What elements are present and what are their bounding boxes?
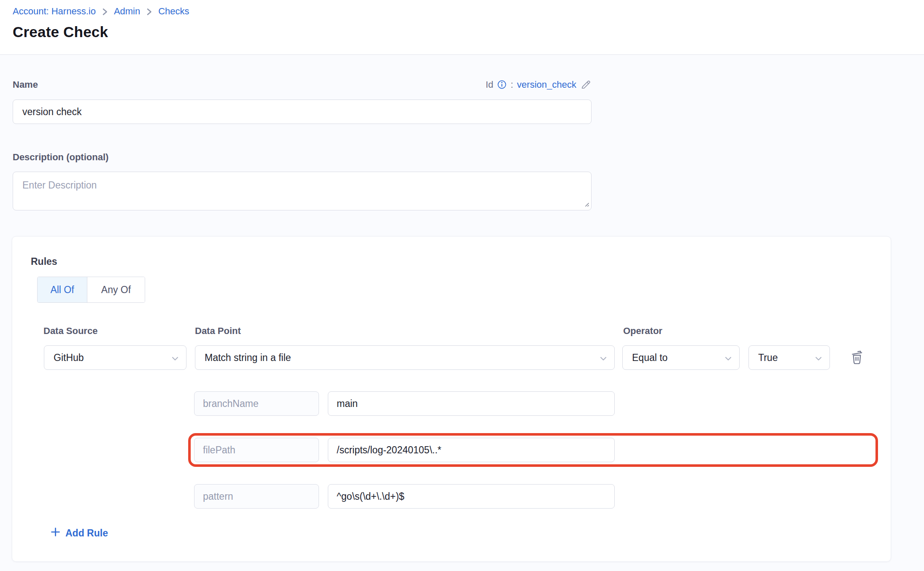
operator-select[interactable]: Equal to [622,345,740,370]
breadcrumb-link-account[interactable]: Account: Harness.io [13,6,96,17]
filepath-value-input[interactable] [328,438,615,462]
page-title: Create Check [13,24,911,40]
id-row: Id : version_check [486,79,592,90]
rule-column-labels: Data Source Data Point Operator [31,326,872,337]
info-icon[interactable] [497,80,507,89]
description-label: Description (optional) [13,152,911,163]
rules-card: Rules All Of Any Of Data Source Data Poi… [12,236,891,562]
page-header: Account: Harness.io Admin Checks Create … [0,0,924,55]
chevron-down-icon [172,352,178,364]
branchname-value-input[interactable] [328,391,615,416]
resize-handle-icon[interactable] [583,201,589,209]
breadcrumb: Account: Harness.io Admin Checks [13,6,911,17]
operator-value-text: Equal to [632,352,667,364]
param-row-branchname: branchName [194,391,872,416]
rules-section-label: Rules [31,256,872,267]
delete-rule-button[interactable] [850,350,864,366]
breadcrumb-link-admin[interactable]: Admin [114,6,140,17]
rule-row: GitHub Match string in a file Equal to T… [44,345,872,370]
filepath-key-field: filePath [194,438,319,462]
name-label: Name [13,79,38,90]
all-of-button[interactable]: All Of [38,277,87,302]
edit-pencil-icon[interactable] [580,79,592,90]
chevron-down-icon [725,352,732,364]
pattern-key-field: pattern [194,484,319,509]
operator-boolean-select[interactable]: True [748,345,830,370]
data-source-select[interactable]: GitHub [44,345,186,370]
id-value-link[interactable]: version_check [517,79,576,90]
param-row-pattern: pattern [194,484,872,509]
data-source-label: Data Source [43,326,97,337]
name-input[interactable] [13,100,592,124]
chevron-down-icon [815,352,822,364]
add-rule-label: Add Rule [65,528,108,539]
plus-icon [51,527,60,539]
breadcrumb-link-checks[interactable]: Checks [158,6,189,17]
operator-label: Operator [623,326,662,337]
trash-icon [850,350,864,366]
chevron-right-icon [102,7,108,16]
rules-match-toggle: All Of Any Of [37,277,145,303]
description-textarea[interactable] [13,172,592,210]
pattern-value-input[interactable] [328,484,615,509]
main-content: Name Id : version_check Description (opt… [0,79,924,562]
any-of-button[interactable]: Any Of [87,277,145,302]
data-point-select[interactable]: Match string in a file [195,345,615,370]
branchname-key-field: branchName [194,391,319,416]
id-label: Id [486,79,493,90]
data-point-value: Match string in a file [205,352,291,364]
operator-boolean-text: True [758,352,778,364]
rule-params: branchName filePath pattern [194,391,872,509]
chevron-right-icon [146,7,152,16]
chevron-down-icon [600,352,607,364]
add-rule-button[interactable]: Add Rule [51,527,108,539]
param-row-filepath: filePath [194,438,872,462]
data-source-value: GitHub [54,352,84,364]
id-separator: : [511,79,513,90]
data-point-label: Data Point [195,326,241,337]
